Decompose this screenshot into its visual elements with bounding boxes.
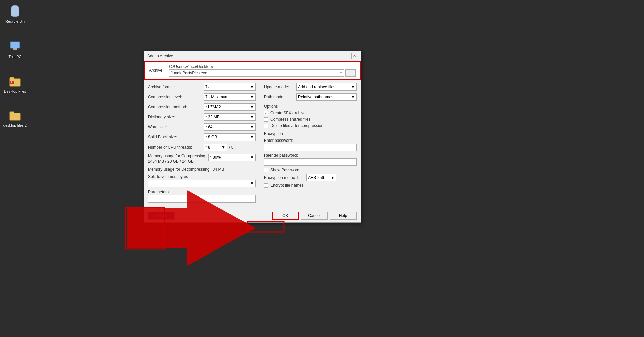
memory-decompressing-row: Memory usage for Decompressing: 34 MB	[148, 167, 256, 172]
cpu-threads-max: / 8	[229, 145, 233, 150]
solid-block-arrow: ▼	[250, 135, 254, 139]
left-panel: Archive format: 7z ▼ Compression level: …	[144, 80, 260, 209]
desktop-files-2-image	[8, 109, 22, 122]
cpu-threads-combo[interactable]: * 8 ▼	[204, 144, 227, 151]
dialog-footer: Options OK Cancel Help	[144, 209, 361, 222]
update-mode-arrow: ▼	[351, 85, 355, 89]
recycle-bin-image	[8, 5, 22, 18]
dialog-titlebar: Add to Archive ✕	[144, 51, 361, 61]
update-mode-value: Add and replace files	[298, 85, 335, 89]
encrypt-filenames-row: Encrypt file names	[264, 183, 357, 188]
svg-rect-4	[12, 50, 18, 50]
compression-method-row: Compression method: * LZMA2 ▼	[148, 103, 256, 111]
create-sfx-row: ✓ Create SFX archive	[264, 111, 357, 115]
compression-level-row: Compression level: 7 - Maximum ▼	[148, 93, 256, 101]
compression-method-combo[interactable]: * LZMA2 ▼	[204, 103, 256, 111]
path-mode-row: Path mode: Relative pathnames ▼	[264, 93, 357, 101]
solid-block-value: * 8 GB	[205, 135, 217, 139]
parameters-row: Parameters:	[148, 190, 256, 203]
desktop-files-icon[interactable]: Desktop Files	[2, 73, 29, 95]
update-mode-label: Update mode:	[264, 85, 294, 89]
encryption-method-label: Encryption method:	[264, 175, 304, 180]
compress-shared-row: Compress shared files	[264, 117, 357, 122]
archive-path-display: C:\Users\Vince\Desktop\ JunglePartyPics.…	[169, 64, 356, 77]
enter-password-label: Enter password:	[264, 138, 357, 143]
svg-rect-6	[11, 81, 12, 83]
desktop-files-image	[8, 74, 22, 88]
encryption-title: Encryption	[264, 131, 357, 136]
split-combo[interactable]: ▼	[148, 180, 256, 187]
word-size-value: * 64	[205, 125, 212, 129]
browse-button[interactable]: ...	[345, 69, 356, 77]
dictionary-size-label: Dictionary size:	[148, 115, 202, 119]
encryption-method-combo[interactable]: AES-256 ▼	[306, 174, 336, 181]
solid-block-label: Solid Block size:	[148, 135, 202, 139]
path-mode-arrow: ▼	[351, 95, 355, 99]
encryption-method-arrow: ▼	[331, 175, 335, 180]
word-size-arrow: ▼	[250, 125, 254, 129]
cpu-threads-label: Number of CPU threads:	[148, 145, 202, 150]
svg-rect-5	[10, 81, 14, 84]
desktop-files-2-label: desktop files 2	[3, 123, 27, 127]
recycle-bin-icon[interactable]: Recycle Bin	[2, 3, 29, 25]
split-volumes-row: Split to volumes, bytes: ▼	[148, 174, 256, 187]
update-mode-combo[interactable]: Add and replace files ▼	[296, 83, 357, 91]
memory-compressing-combo[interactable]: * 80% ▼	[208, 154, 256, 161]
memory-compressing-sub: 2464 MB / 20 GB / 24 GB	[148, 159, 206, 164]
this-pc-label: This PC	[8, 55, 21, 59]
delete-files-checkbox[interactable]	[264, 124, 268, 128]
options-section: Options ✓ Create SFX archive Compress sh…	[264, 104, 357, 128]
archive-path-top: C:\Users\Vince\Desktop\	[169, 64, 356, 69]
svg-rect-8	[247, 221, 284, 232]
archive-format-combo[interactable]: 7z ▼	[204, 83, 256, 91]
memory-combo-arrow: ▼	[250, 155, 254, 160]
path-mode-combo[interactable]: Relative pathnames ▼	[296, 93, 357, 101]
path-mode-label: Path mode:	[264, 95, 294, 99]
create-sfx-label: Create SFX archive	[270, 111, 306, 115]
compress-shared-checkbox[interactable]	[264, 117, 268, 122]
word-size-label: Word size:	[148, 125, 202, 129]
archive-format-label: Archive format:	[148, 85, 202, 89]
memory-compressing-label: Memory usage for Compressing:	[148, 154, 206, 158]
reenter-password-input[interactable]	[264, 158, 357, 166]
enter-password-input[interactable]	[264, 144, 357, 151]
delete-files-label: Delete files after compression	[270, 123, 323, 128]
help-button[interactable]: Help	[330, 212, 357, 220]
archive-label: Archive:	[149, 68, 166, 73]
archive-filename-combo[interactable]: JunglePartyPics.exe ▼	[169, 69, 344, 77]
archive-format-arrow: ▼	[250, 85, 254, 89]
dialog-title: Add to Archive	[147, 54, 173, 58]
options-button[interactable]: Options	[148, 212, 175, 220]
show-password-checkbox[interactable]	[264, 168, 268, 172]
compression-method-arrow: ▼	[250, 105, 254, 109]
params-label: Parameters:	[148, 190, 256, 194]
create-sfx-checkbox[interactable]: ✓	[264, 111, 268, 115]
encryption-method-value: AES-256	[308, 175, 324, 180]
ok-button[interactable]: OK	[272, 212, 299, 220]
cpu-combo-arrow: ▼	[221, 145, 225, 150]
desktop-files-label: Desktop Files	[4, 89, 26, 93]
update-mode-row: Update mode: Add and replace files ▼	[264, 83, 357, 91]
cancel-button[interactable]: Cancel	[301, 212, 328, 220]
memory-compressing-value: * 80%	[210, 155, 221, 160]
reenter-password-label: Reenter password:	[264, 153, 357, 158]
dictionary-size-arrow: ▼	[250, 115, 254, 119]
memory-decompressing-value: 34 MB	[213, 167, 224, 172]
solid-block-combo[interactable]: * 8 GB ▼	[204, 133, 256, 141]
dialog-close-button[interactable]: ✕	[351, 53, 357, 59]
show-password-row: Show Password	[264, 168, 357, 172]
archive-combo-arrow: ▼	[340, 72, 342, 75]
encrypt-filenames-label: Encrypt file names	[270, 183, 304, 188]
encrypt-filenames-checkbox[interactable]	[264, 183, 268, 188]
compression-method-value: * LZMA2	[205, 105, 221, 109]
dictionary-size-combo[interactable]: * 32 MB ▼	[204, 113, 256, 121]
desktop-files-2-icon[interactable]: desktop files 2	[2, 107, 29, 129]
word-size-combo[interactable]: * 64 ▼	[204, 123, 256, 131]
params-input[interactable]	[148, 195, 256, 203]
this-pc-icon[interactable]: This PC	[2, 39, 29, 60]
word-size-row: Word size: * 64 ▼	[148, 123, 256, 131]
compression-level-combo[interactable]: 7 - Maximum ▼	[204, 93, 256, 101]
cpu-threads-row: Number of CPU threads: * 8 ▼ / 8	[148, 144, 256, 151]
recycle-bin-label: Recycle Bin	[5, 19, 25, 23]
compression-level-arrow: ▼	[250, 95, 254, 99]
